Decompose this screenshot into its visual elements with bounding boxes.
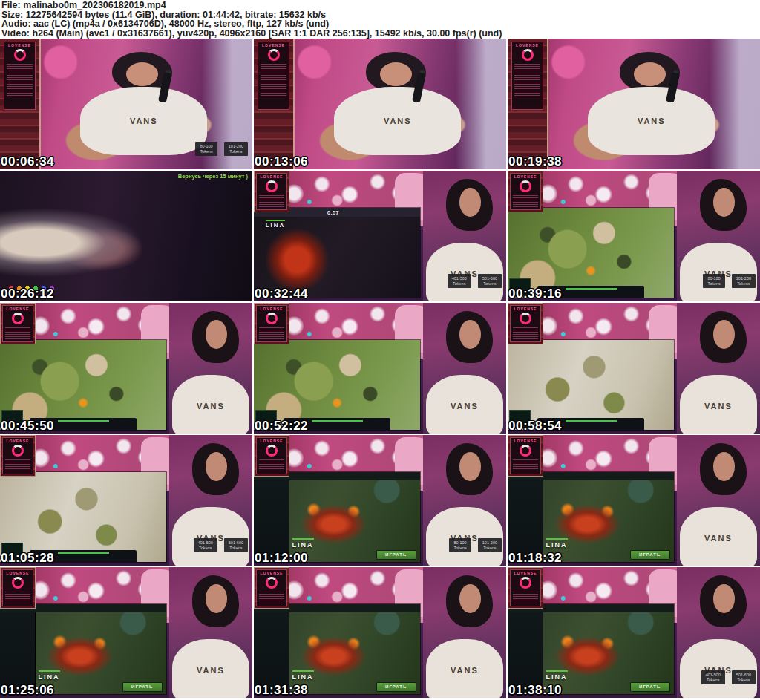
- frame-timestamp: 00:19:38: [508, 154, 562, 169]
- streamer-figure: VANS: [423, 567, 506, 698]
- token-unit-label: Tokens: [706, 678, 721, 683]
- video-thumbnail: VANS LINA ИГРАТЬ LOVENSE 401-500 Tokens: [508, 567, 760, 698]
- tip-gauge-icon: [266, 313, 278, 324]
- video-thumbnail: VANS LINA ИГРАТЬ LOVENSE 01:25:06: [0, 567, 252, 698]
- game-sidebar-panel: [508, 480, 543, 562]
- video-thumbnail: VANS LINA ИГРАТЬ LOVENSE 01:31:38: [254, 567, 506, 698]
- video-thumbnail: VANS LINA ИГРАТЬ LOVENSE 401-500 Tokens: [0, 435, 252, 566]
- tip-gauge-icon: [266, 445, 278, 457]
- frame-timestamp: 00:26:12: [1, 287, 54, 301]
- frame-timestamp: 00:52:22: [255, 419, 308, 434]
- tip-menu-rows: [513, 590, 538, 603]
- tip-menu-rows: [7, 62, 33, 97]
- tip-menu-title: LOVENSE: [511, 571, 540, 575]
- hero-name-label: LINA: [292, 670, 314, 681]
- hero-name-label: LINA: [39, 670, 60, 681]
- tip-menu-widget: LOVENSE: [254, 567, 289, 609]
- tip-menu-title: LOVENSE: [257, 307, 286, 311]
- token-badges: 80-100 Tokens 101-200 Tokens: [195, 142, 248, 156]
- video-thumbnail: VANS LINA ИГРАТЬ LOVENSE 01:18:32: [508, 435, 760, 566]
- hoodie-shape: VANS: [80, 87, 207, 155]
- face-shape: [713, 188, 735, 217]
- hoodie-shape: VANS: [426, 507, 502, 566]
- game-window: LINA ИГРАТЬ: [254, 340, 420, 430]
- streamer-figure: VANS: [677, 435, 760, 566]
- tip-gauge-icon: [12, 313, 24, 324]
- face-shape: [713, 584, 735, 613]
- game-timer: 0:07: [327, 209, 339, 216]
- tip-menu-widget: LOVENSE: [0, 567, 36, 609]
- token-badges: 80-100 Tokens 101-200 Tokens: [449, 538, 502, 552]
- hero-name-label: LINA: [292, 538, 314, 549]
- tip-menu-widget: LOVENSE: [254, 303, 289, 344]
- game-window: LINA ИГРАТЬ: [508, 472, 674, 562]
- face-shape: [634, 62, 666, 86]
- hoodie-brand-text: VANS: [451, 666, 479, 675]
- game-window: LINA ИГРАТЬ: [254, 604, 420, 694]
- tip-gauge-icon: [520, 577, 531, 589]
- token-unit-label: Tokens: [229, 149, 243, 154]
- tip-menu-panel: LOVENSE: [510, 305, 541, 342]
- frame-timestamp: 01:18:32: [508, 551, 562, 566]
- tip-menu-rows: [5, 590, 30, 603]
- hoodie-shape: VANS: [334, 87, 461, 155]
- hoodie-brand-text: VANS: [704, 534, 733, 543]
- tip-menu-panel: LOVENSE: [256, 437, 287, 474]
- hoodie-brand-text: VANS: [197, 666, 225, 675]
- file-metadata-header: File: malinabo0m_202306182019.mp4 Size: …: [0, 0, 760, 39]
- tip-menu-panel: LOVENSE: [510, 173, 541, 210]
- game-sidebar-panel: [254, 612, 289, 694]
- tip-gauge-icon: [520, 313, 531, 324]
- tip-menu-widget: LOVENSE: [0, 39, 41, 169]
- tip-menu-rows: [259, 590, 284, 603]
- token-badge: 401-500 Tokens: [701, 670, 725, 684]
- token-unit-label: Tokens: [707, 281, 720, 287]
- tip-menu-title: LOVENSE: [3, 571, 33, 575]
- token-badge: 401-500 Tokens: [448, 274, 471, 288]
- tip-menu-panel: LOVENSE: [510, 437, 541, 474]
- tip-menu-panel: LOVENSE: [510, 569, 541, 606]
- away-message: Вернусь через 15 минут ): [178, 173, 248, 180]
- frame-timestamp: 01:31:38: [255, 683, 308, 698]
- tip-menu-rows: [514, 62, 540, 97]
- token-unit-label: Tokens: [229, 546, 243, 551]
- tip-gauge-icon: [520, 445, 531, 457]
- face-shape: [206, 452, 227, 481]
- game-window: LINA ИГРАТЬ: [254, 472, 420, 562]
- game-play-button: ИГРАТЬ: [631, 551, 669, 559]
- token-badges: 401-500 Tokens 501-600 Tokens: [701, 670, 756, 684]
- tip-gauge-icon: [522, 49, 534, 61]
- hoodie-brand-text: VANS: [197, 402, 225, 410]
- video-thumbnail: VANS LINA ИГРАТЬ LOVENSE 80-100 Tokens: [0, 39, 252, 169]
- tip-menu-widget: LOVENSE: [508, 171, 543, 212]
- token-unit-label: Tokens: [736, 281, 751, 287]
- tip-menu-rows: [513, 326, 538, 339]
- tip-gauge-icon: [268, 49, 280, 61]
- tip-menu-widget: LOVENSE: [508, 303, 543, 344]
- token-badges: 80-100 Tokens 101-200 Tokens: [703, 274, 756, 288]
- tip-menu-title: LOVENSE: [3, 307, 33, 311]
- frame-timestamp: 00:32:44: [255, 287, 308, 301]
- hero-name-label: LINA: [546, 538, 568, 549]
- token-unit-label: Tokens: [200, 149, 212, 154]
- tip-menu-title: LOVENSE: [4, 43, 35, 48]
- tip-menu-title: LOVENSE: [258, 43, 289, 48]
- face-shape: [459, 188, 481, 217]
- token-unit-label: Tokens: [482, 281, 497, 287]
- video-thumbnail: VANS LINA ИГРАТЬ LOVENSE 00:52:22: [254, 303, 506, 434]
- token-badges: 401-500 Tokens 501-600 Tokens: [448, 274, 502, 288]
- streamer-figure: VANS: [169, 303, 252, 434]
- tip-menu-widget: LOVENSE: [0, 303, 36, 344]
- tip-menu-rows: [259, 326, 284, 339]
- token-badges: 401-500 Tokens 501-600 Tokens: [194, 538, 248, 552]
- video-thumbnail: VANS LINA ИГРАТЬ LOVENSE 00:58:54: [508, 303, 760, 434]
- game-window: LINA ИГРАТЬ: [0, 604, 166, 694]
- hoodie-shape: VANS: [680, 507, 756, 566]
- game-play-button: ИГРАТЬ: [123, 683, 162, 691]
- token-badge: 80-100 Tokens: [195, 142, 217, 156]
- token-unit-label: Tokens: [482, 546, 497, 551]
- hoodie-shape: VANS: [680, 375, 756, 434]
- hoodie-shape: VANS: [172, 375, 249, 434]
- video-thumbnail: VANS LINA ИГРАТЬ LOVENSE Вернусь через 1…: [0, 171, 252, 301]
- tip-menu-panel: LOVENSE: [4, 42, 36, 110]
